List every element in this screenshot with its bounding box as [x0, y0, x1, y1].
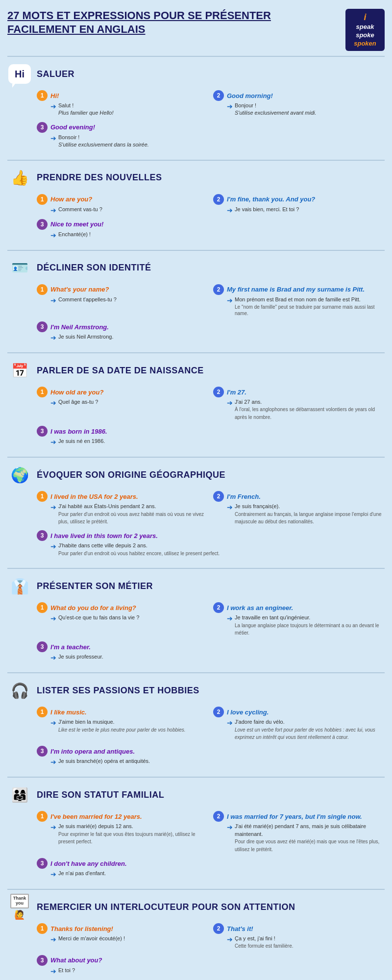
- nv-arrow-icon-2: ➔: [227, 206, 233, 214]
- me-translation-3: Je suis professeur.: [58, 653, 103, 661]
- me-phrase-row-3: 3 I'm a teacher.: [37, 641, 208, 652]
- saluer-phrase-3: Good evening!: [50, 123, 95, 131]
- saluer-phrase-2: Good morning!: [227, 92, 273, 99]
- saluer-translation-3: Bonsoir ! S'utilise exclusivement dans l…: [58, 134, 149, 149]
- or-phrase-row-3: 3 I have lived in this town for 2 years.: [37, 530, 385, 541]
- na-translation-2: J'ai 27 ans. À l'oral, les anglophones s…: [235, 398, 385, 421]
- saluer-phrase-1: Hi!: [50, 92, 59, 99]
- nv-badge-1: 1: [37, 194, 48, 205]
- id-badge-3: 3: [37, 321, 48, 332]
- saluer-phrase-row-1: 1 Hi!: [37, 90, 208, 101]
- saluer-arrow-1: ➔ Salut ! Plus familier que Hello!: [50, 102, 208, 117]
- re-item-3: 3 What about you? ➔ Et toi ?: [37, 955, 208, 975]
- re-badge-2: 2: [213, 923, 224, 934]
- me-translation-1: Qu'est-ce que tu fais dans la vie ?: [58, 614, 139, 621]
- pa-phrase-3: I'm into opera and antiques.: [50, 748, 135, 755]
- badge-3: 3: [37, 122, 48, 133]
- arrow-icon-1: ➔: [50, 102, 56, 110]
- or-badge-1: 1: [37, 491, 48, 502]
- re-translation-1: Merci de m'avoir écouté(e) !: [58, 935, 125, 942]
- nouvelles-item-3: 3 Nice to meet you! ➔ Enchanté(e) !: [37, 219, 208, 239]
- fa-badge-3: 3: [37, 858, 48, 869]
- or-phrase-1: I lived in the USA for 2 years.: [50, 493, 138, 500]
- re-phrase-row-2: 2 That's it!: [213, 923, 385, 934]
- badge-2: 2: [213, 90, 224, 101]
- na-arrow-3: ➔ Je suis né en 1986.: [50, 438, 208, 446]
- na-item-1: 1 How old are you? ➔ Quel âge as-tu ?: [37, 387, 208, 421]
- id-badge-2: 2: [213, 284, 224, 295]
- hi-bubble: Hi: [8, 64, 31, 84]
- id-phrase-row-1: 1 What's your name?: [37, 284, 208, 295]
- id-phrase-row-3: 3 I'm Neil Armstrong.: [37, 321, 208, 332]
- section-saluer-title: SALUER: [37, 69, 74, 79]
- pa-item-3: 3 I'm into opera and antiques. ➔ Je suis…: [37, 746, 208, 766]
- section-remercier: Thankyou 🙋 REMERCIER UN INTERLOCUTEUR PO…: [7, 895, 385, 977]
- div4: [7, 457, 385, 458]
- nv-arrow-icon-1: ➔: [50, 206, 56, 214]
- fa-phrase-1: I've been married for 12 years.: [50, 813, 142, 820]
- me-phrase-2: I work as an engineer.: [227, 604, 293, 612]
- id-translation-2: Mon prénom est Brad et mon nom de famill…: [235, 296, 385, 317]
- nv-phrase-2: I'm fine, thank you. And you?: [227, 196, 315, 203]
- thankyou-icon: Thankyou 🙋: [7, 895, 32, 919]
- me-badge-2: 2: [213, 602, 224, 613]
- section-familial-title: DIRE SON STATUT FAMILIAL: [37, 790, 164, 800]
- na-phrase-1: How old are you?: [50, 389, 103, 396]
- nv-phrase-row-3: 3 Nice to meet you!: [37, 219, 208, 230]
- nv-translation-3: Enchanté(e) !: [58, 231, 91, 238]
- fa-translation-2: J'ai été marié(e) pendant 7 ans, mais je…: [235, 823, 385, 853]
- na-badge-2: 2: [213, 387, 224, 397]
- section-passions: 🎧 LISTER SES PASSIONS ET HOBBIES 1 I lik…: [7, 678, 385, 768]
- pa-translation-3: Je suis branché(e) opéra et antiquités.: [58, 758, 150, 765]
- pa-phrase-row-1: 1 I like music.: [37, 707, 208, 717]
- na-badge-3: 3: [37, 426, 48, 437]
- fa-arrow-icon-3: ➔: [50, 870, 56, 878]
- nv-arrow-1: ➔ Comment vas-tu ?: [50, 206, 208, 214]
- me-arrow-icon-2: ➔: [227, 614, 233, 622]
- badge-1: 1: [37, 90, 48, 101]
- id-item-3: 3 I'm Neil Armstrong. ➔ Je suis Neil Arm…: [37, 321, 208, 342]
- na-item-3: 3 I was born in 1986. ➔ Je suis né en 19…: [37, 426, 208, 446]
- page: 27 MOTS ET EXPRESSIONS POUR SE PRÉSENTER…: [0, 0, 392, 980]
- section-remercier-title: REMERCIER UN INTERLOCUTEUR POUR SON ATTE…: [37, 902, 295, 912]
- na-item-2: 2 I'm 27. ➔ J'ai 27 ans. À l'oral, les a…: [213, 387, 385, 421]
- logo-spoken: spoken: [354, 40, 376, 48]
- id-item-2: 2 My first name is Brad and my surname i…: [213, 284, 385, 317]
- saluer-phrase-row-2: 2 Good morning!: [213, 90, 385, 101]
- pa-badge-2: 2: [213, 707, 224, 717]
- or-arrow-1: ➔ J'ai habité aux États-Unis pendant 2 a…: [50, 503, 208, 525]
- section-passions-title: LISTER SES PASSIONS ET HOBBIES: [37, 686, 199, 696]
- or-translation-3: J'habite dans cette ville depuis 2 ans. …: [58, 542, 220, 557]
- section-saluer-header: Hi SALUER: [7, 62, 385, 86]
- re-badge-1: 1: [37, 923, 48, 934]
- re-phrase-3: What about you?: [50, 956, 102, 964]
- pa-arrow-icon-2: ➔: [227, 719, 233, 727]
- nv-phrase-3: Nice to meet you!: [50, 220, 103, 228]
- re-item-2: 2 That's it! ➔ Ça y est, j'ai fini ! Cet…: [213, 923, 385, 950]
- fa-badge-2: 2: [213, 811, 224, 822]
- logo: i speak spoke spoken: [345, 9, 385, 51]
- re-translation-2: Ça y est, j'ai fini ! Cette formule est …: [235, 935, 294, 950]
- section-identite: 🪪 DÉCLINER SON IDENTITÉ 1 What's your na…: [7, 256, 385, 343]
- or-arrow-2: ➔ Je suis français(e). Contrairement au …: [227, 503, 385, 525]
- id-translation-3: Je suis Neil Armstrong.: [58, 333, 113, 341]
- re-phrase-2: That's it!: [227, 925, 253, 932]
- pa-item-1: 1 I like music. ➔ J'aime bien la musique…: [37, 707, 208, 741]
- fa-arrow-3: ➔ Je n'ai pas d'enfant.: [50, 870, 208, 878]
- pa-arrow-icon-1: ➔: [50, 719, 56, 727]
- fa-phrase-row-1: 1 I've been married for 12 years.: [37, 811, 208, 822]
- logo-i: i: [364, 12, 366, 23]
- saluer-items: 1 Hi! ➔ Salut ! Plus familier que Hello!…: [37, 90, 385, 151]
- me-badge-3: 3: [37, 641, 48, 652]
- section-nouvelles: 👍 PRENDRE DES NOUVELLES 1 How are you? ➔…: [7, 166, 385, 241]
- re-phrase-row-1: 1 Thanks for listening!: [37, 923, 208, 934]
- hi-icon: Hi: [7, 62, 32, 86]
- me-arrow-icon-3: ➔: [50, 654, 56, 662]
- nv-badge-2: 2: [213, 194, 224, 205]
- div6: [7, 672, 385, 673]
- div3: [7, 352, 385, 353]
- nv-translation-2: Je vais bien, merci. Et toi ?: [235, 206, 299, 213]
- naissance-items: 1 How old are you? ➔ Quel âge as-tu ? 2 …: [37, 387, 385, 448]
- or-item-3: 3 I have lived in this town for 2 years.…: [37, 530, 385, 557]
- div8: [7, 889, 385, 890]
